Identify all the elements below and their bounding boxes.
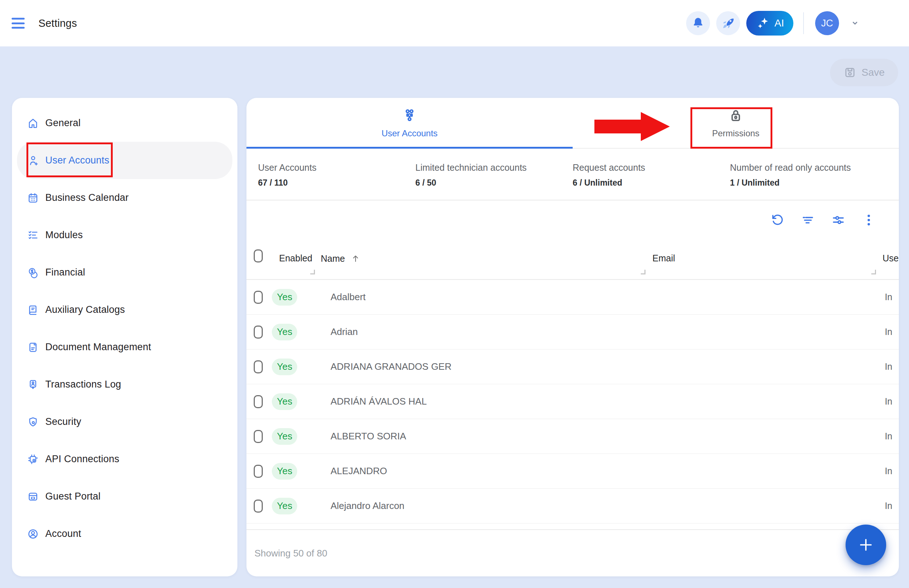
table-row[interactable]: Yes Alejandro Alarcon In: [247, 489, 899, 523]
sidebar-item-label: Security: [45, 416, 81, 427]
sidebar-item-user-accounts[interactable]: User Accounts: [17, 142, 232, 179]
sidebar-item-security[interactable]: Security: [17, 403, 232, 441]
sidebar-item-modules[interactable]: Modules: [17, 216, 232, 254]
tab-permissions-label: Permissions: [712, 128, 760, 139]
sub-header: Activación Fracttal - Español - 477 Save: [0, 47, 909, 98]
plus-icon: [856, 535, 875, 554]
hamburger-menu-icon[interactable]: [11, 18, 25, 29]
table-footer: Showing 50 of 80: [247, 530, 899, 577]
enabled-badge: Yes: [272, 324, 297, 341]
stat-label: Request accounts: [573, 162, 645, 173]
row-checkbox[interactable]: [254, 395, 263, 408]
app-header: Settings AI JC: [0, 0, 909, 47]
ai-assistant-button[interactable]: AI: [746, 11, 793, 36]
cell-name: Adalbert: [331, 291, 366, 303]
enabled-badge: Yes: [272, 428, 297, 445]
whats-new-button[interactable]: [716, 11, 740, 35]
enabled-badge: Yes: [272, 498, 297, 514]
enabled-badge: Yes: [272, 393, 297, 410]
row-checkbox[interactable]: [254, 430, 263, 443]
stat-value: 6 / Unlimited: [573, 178, 645, 188]
column-resize-handle[interactable]: [641, 270, 646, 275]
row-checkbox[interactable]: [254, 291, 263, 304]
column-header-email[interactable]: Email: [652, 253, 675, 263]
cell-user-type: In: [885, 362, 892, 372]
column-header-name-label: Name: [321, 254, 345, 264]
cell-name: Alejandro Alarcon: [331, 500, 404, 512]
table-row[interactable]: Yes ALBERTO SORIA In: [247, 419, 899, 454]
kebab-menu-icon[interactable]: [861, 212, 877, 228]
page-title: Settings: [39, 18, 77, 29]
stat-label: Limited technician accounts: [415, 162, 526, 173]
sidebar-item-financial[interactable]: Financial: [17, 254, 232, 291]
home-icon: [27, 118, 39, 129]
table-row[interactable]: Yes Adalbert In: [247, 280, 899, 315]
cell-name: ALBERTO SORIA: [331, 431, 406, 442]
table-row[interactable]: Yes ADRIANA GRANADOS GER In: [247, 349, 899, 384]
stat-label: User Accounts: [258, 162, 316, 173]
filter-icon[interactable]: [800, 212, 815, 228]
notifications-button[interactable]: [686, 11, 710, 35]
stat-user-accounts: User Accounts 67 / 110: [258, 149, 316, 188]
row-checkbox[interactable]: [254, 360, 263, 373]
sidebar-item-label: Guest Portal: [45, 491, 100, 502]
cell-user-type: In: [885, 326, 892, 337]
sidebar-item-label: Business Calendar: [45, 192, 129, 204]
api-icon: [27, 454, 39, 465]
sidebar-item-guest-portal[interactable]: Guest Portal: [17, 478, 232, 515]
stat-value: 1 / Unlimited: [730, 178, 851, 188]
save-button[interactable]: Save: [830, 59, 898, 86]
row-checkbox[interactable]: [254, 465, 263, 478]
avatar[interactable]: JC: [815, 11, 839, 35]
tab-user-accounts-label: User Accounts: [382, 128, 438, 139]
tab-permissions[interactable]: Permissions: [573, 98, 899, 148]
sidebar-item-api-connections[interactable]: API Connections: [17, 441, 232, 478]
table-row[interactable]: Yes ADRIÁN ÁVALOS HAL In: [247, 384, 899, 419]
row-checkbox[interactable]: [254, 326, 263, 339]
cell-name: ADRIANA GRANADOS GER: [331, 361, 452, 372]
column-resize-handle[interactable]: [871, 270, 876, 275]
cell-user-type: In: [885, 501, 892, 511]
sidebar-item-document-management[interactable]: Document Management: [17, 328, 232, 366]
guest-portal-icon: [27, 491, 39, 502]
refresh-icon[interactable]: [770, 212, 785, 228]
sidebar-item-transactions-log[interactable]: Transactions Log: [17, 366, 232, 403]
cell-user-type: In: [885, 396, 892, 407]
user-accounts-panel: User Accounts Permissions User Accounts …: [247, 98, 899, 577]
sidebar-item-label: Document Management: [45, 341, 151, 353]
floppy-disk-icon: [843, 66, 856, 79]
modules-icon: [27, 229, 39, 241]
sidebar-item-general[interactable]: General: [17, 104, 232, 142]
cell-name: ADRIÁN ÁVALOS HAL: [331, 396, 426, 407]
column-header-use[interactable]: Use: [883, 253, 898, 263]
chevron-down-icon[interactable]: [849, 17, 861, 29]
row-checkbox[interactable]: [254, 499, 263, 513]
stat-number-of-read-only-accounts: Number of read only accounts 1 / Unlimit…: [730, 149, 851, 188]
ai-button-label: AI: [775, 18, 784, 29]
add-user-fab[interactable]: [846, 525, 886, 565]
sidebar-item-label: User Accounts: [45, 155, 110, 166]
tab-user-accounts[interactable]: User Accounts: [247, 98, 573, 148]
cell-name: ALEJANDRO: [331, 465, 387, 477]
stat-value: 67 / 110: [258, 178, 316, 188]
account-stats: User Accounts 67 / 110 Limited technicia…: [247, 149, 899, 200]
column-header-enabled[interactable]: Enabled: [279, 253, 312, 263]
column-resize-handle[interactable]: [310, 270, 315, 275]
sidebar-item-auxiliary-catalogs[interactable]: Auxiliary Catalogs: [17, 291, 232, 328]
partial-row: [247, 523, 899, 530]
table-row[interactable]: Yes Adrian In: [247, 315, 899, 349]
catalogs-icon: [27, 304, 39, 316]
sidebar-item-business-calendar[interactable]: Business Calendar: [17, 179, 232, 216]
stat-label: Number of read only accounts: [730, 162, 851, 173]
select-all-checkbox[interactable]: [254, 249, 263, 262]
column-header-name[interactable]: Name: [321, 253, 361, 264]
stat-request-accounts: Request accounts 6 / Unlimited: [573, 149, 645, 188]
header-divider: [803, 12, 804, 34]
cell-user-type: In: [885, 431, 892, 441]
stat-limited-technician-accounts: Limited technician accounts 6 / 50: [415, 149, 526, 188]
enabled-badge: Yes: [272, 359, 297, 375]
enabled-badge: Yes: [272, 289, 297, 305]
sliders-icon[interactable]: [831, 212, 846, 228]
table-row[interactable]: Yes ALEJANDRO In: [247, 454, 899, 489]
sidebar-item-account[interactable]: Account: [17, 515, 232, 552]
